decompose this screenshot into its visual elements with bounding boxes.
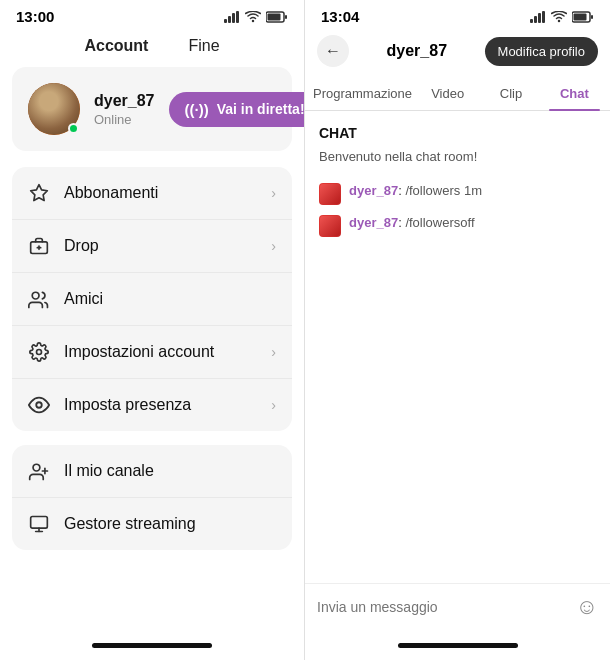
menu-item-gestore[interactable]: Gestore streaming (12, 498, 292, 550)
menu-label-abbonamenti: Abbonamenti (64, 184, 257, 202)
left-bottom-bar (0, 630, 304, 660)
chevron-icon: › (271, 238, 276, 254)
signal-icon (224, 11, 240, 23)
svg-rect-25 (574, 13, 587, 20)
svg-rect-2 (232, 13, 235, 23)
streaming-icon (28, 513, 50, 535)
menu-label-presenza: Imposta presenza (64, 396, 257, 414)
edit-profile-button[interactable]: Modifica profilo (485, 37, 598, 66)
chat-text-1: dyer_87: /followersoff (349, 215, 475, 230)
profile-name: dyer_87 (94, 92, 155, 110)
svg-rect-22 (538, 13, 541, 23)
chat-username-1: dyer_87 (349, 215, 398, 230)
menu-item-presenza[interactable]: Imposta presenza › (12, 379, 292, 431)
svg-rect-3 (236, 11, 239, 23)
battery-icon (572, 11, 594, 23)
chat-area: CHAT Benvenuto nella chat room! dyer_87:… (305, 111, 610, 583)
menu-item-amici[interactable]: Amici (12, 273, 292, 326)
right-status-bar: 13:04 (305, 0, 610, 29)
chat-input-area: ☺ (305, 583, 610, 630)
right-status-icons (530, 11, 594, 23)
battery-icon (266, 11, 288, 23)
svg-rect-26 (591, 15, 593, 19)
menu-label-drop: Drop (64, 237, 257, 255)
radio-wave-icon: ((·)) (185, 101, 209, 118)
menu-section-channel: Il mio canale Gestore streaming (12, 445, 292, 550)
svg-point-13 (36, 402, 42, 408)
online-indicator (68, 123, 79, 134)
menu-item-abbonamenti[interactable]: Abbonamenti › (12, 167, 292, 220)
chat-message-0: dyer_87: /followers 1m (305, 178, 610, 210)
svg-rect-21 (534, 16, 537, 23)
svg-rect-17 (31, 517, 48, 529)
chat-avatar-0 (319, 183, 341, 205)
chat-text-0: dyer_87: /followers 1m (349, 183, 482, 198)
chat-username-0: dyer_87 (349, 183, 398, 198)
chevron-icon: › (271, 344, 276, 360)
svg-rect-20 (530, 19, 533, 23)
menu-item-drop[interactable]: Drop › (12, 220, 292, 273)
avatar-inner-0 (320, 184, 340, 204)
chat-cmd-1: /followersoff (405, 215, 474, 230)
svg-point-12 (37, 350, 42, 355)
right-top-bar: ← dyer_87 Modifica profilo (305, 29, 610, 77)
chat-message-1: dyer_87: /followersoff (305, 210, 610, 242)
chat-cmd-0: /followers 1m (405, 183, 482, 198)
tab-account[interactable]: Account (84, 37, 148, 55)
right-tabs: Programmazione Video Clip Chat (305, 77, 610, 111)
settings-icon (28, 341, 50, 363)
left-time: 13:00 (16, 8, 54, 25)
left-header: Account Fine (0, 29, 304, 67)
right-panel: 13:04 ← dyer_87 (305, 0, 610, 660)
profile-status: Online (94, 112, 155, 127)
menu-label-gestore: Gestore streaming (64, 515, 276, 533)
drop-icon (28, 235, 50, 257)
left-panel: 13:00 Account (0, 0, 305, 660)
home-indicator-right (398, 643, 518, 648)
back-button[interactable]: ← (317, 35, 349, 67)
chevron-icon: › (271, 397, 276, 413)
tab-clip[interactable]: Clip (479, 77, 542, 110)
menu-item-canale[interactable]: Il mio canale (12, 445, 292, 498)
avatar-wrapper (28, 83, 80, 135)
emoji-button[interactable]: ☺ (576, 594, 598, 620)
menu-section-main: Abbonamenti › Drop › (12, 167, 292, 431)
svg-rect-1 (228, 16, 231, 23)
channel-icon (28, 460, 50, 482)
right-time: 13:04 (321, 8, 359, 25)
back-icon: ← (325, 42, 341, 60)
chat-welcome: Benvenuto nella chat room! (305, 149, 610, 178)
tab-fine[interactable]: Fine (188, 37, 219, 55)
signal-icon (530, 11, 546, 23)
right-bottom-bar (305, 630, 610, 660)
svg-rect-5 (268, 13, 281, 20)
wifi-icon (245, 11, 261, 23)
tab-programmazione[interactable]: Programmazione (309, 77, 416, 110)
chevron-icon: › (271, 185, 276, 201)
left-status-icons (224, 11, 288, 23)
chat-avatar-1 (319, 215, 341, 237)
svg-rect-0 (224, 19, 227, 23)
live-icon: ((·)) (185, 101, 211, 118)
svg-rect-23 (542, 11, 545, 23)
chat-title: CHAT (305, 111, 610, 149)
svg-marker-7 (31, 185, 48, 201)
menu-label-impostazioni: Impostazioni account (64, 343, 257, 361)
menu-label-canale: Il mio canale (64, 462, 276, 480)
svg-point-11 (32, 292, 39, 299)
tab-video[interactable]: Video (416, 77, 479, 110)
live-button[interactable]: ((·)) Vai in diretta! (169, 92, 306, 127)
live-button-label: Vai in diretta! (217, 101, 305, 117)
menu-item-impostazioni[interactable]: Impostazioni account › (12, 326, 292, 379)
home-indicator (92, 643, 212, 648)
tab-chat[interactable]: Chat (543, 77, 606, 110)
svg-point-14 (33, 464, 40, 471)
chat-input[interactable] (317, 599, 568, 615)
eye-icon (28, 394, 50, 416)
left-status-bar: 13:00 (0, 0, 304, 29)
right-username: dyer_87 (357, 42, 477, 60)
avatar-inner-1 (320, 216, 340, 236)
profile-info: dyer_87 Online (94, 92, 155, 127)
friends-icon (28, 288, 50, 310)
menu-label-amici: Amici (64, 290, 276, 308)
